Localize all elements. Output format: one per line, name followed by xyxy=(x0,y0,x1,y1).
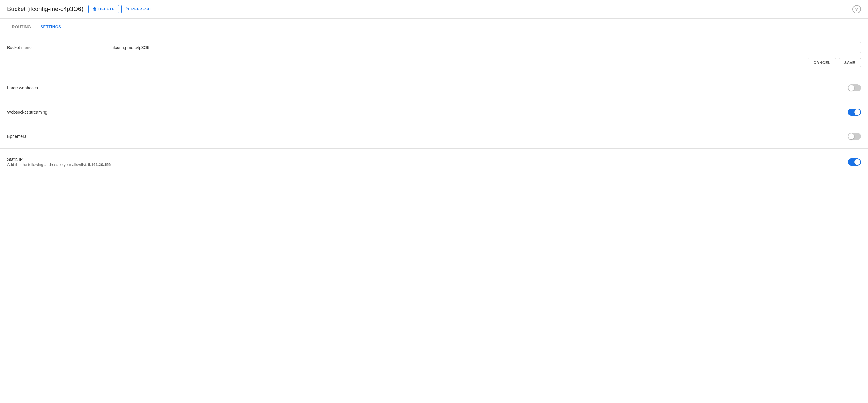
websocket-streaming-toggle[interactable] xyxy=(848,108,861,116)
ephemeral-slider xyxy=(848,133,861,140)
delete-button[interactable]: 🗑 DELETE xyxy=(88,5,119,13)
help-icon[interactable]: ? xyxy=(852,5,861,13)
refresh-icon: ↻ xyxy=(126,7,129,11)
large-webhooks-slider xyxy=(848,84,861,92)
save-button[interactable]: SAVE xyxy=(839,58,861,67)
cancel-button[interactable]: CANCEL xyxy=(808,58,836,67)
large-webhooks-section: Large webhooks xyxy=(0,76,868,100)
bucket-name-section: Bucket name CANCEL SAVE xyxy=(0,33,868,76)
tabs: ROUTING SETTINGS xyxy=(0,21,868,33)
header-left: Bucket (ifconfig-me-c4p3O6) 🗑 DELETE ↻ R… xyxy=(7,5,155,13)
static-ip-sublabel-text: Add the the following address to your al… xyxy=(7,162,87,167)
websocket-streaming-slider xyxy=(848,108,861,116)
websocket-streaming-section: Websocket streaming xyxy=(0,100,868,124)
bucket-name-label: Bucket name xyxy=(7,45,109,50)
bucket-name-input[interactable] xyxy=(109,42,861,53)
bucket-name-actions: CANCEL SAVE xyxy=(7,58,861,67)
tab-settings[interactable]: SETTINGS xyxy=(36,21,66,33)
static-ip-label: Static IP xyxy=(7,157,848,162)
large-webhooks-toggle[interactable] xyxy=(848,84,861,92)
refresh-label: REFRESH xyxy=(131,7,151,11)
static-ip-row: Static IP Add the the following address … xyxy=(7,157,861,167)
large-webhooks-row: Large webhooks xyxy=(7,84,861,92)
static-ip-slider xyxy=(848,159,861,166)
tab-routing[interactable]: ROUTING xyxy=(7,21,36,33)
ephemeral-row: Ephemeral xyxy=(7,133,861,140)
ephemeral-toggle[interactable] xyxy=(848,133,861,140)
page-header: Bucket (ifconfig-me-c4p3O6) 🗑 DELETE ↻ R… xyxy=(0,0,868,19)
static-ip-toggle[interactable] xyxy=(848,159,861,166)
static-ip-sublabel: Add the the following address to your al… xyxy=(7,162,848,167)
websocket-streaming-label: Websocket streaming xyxy=(7,110,47,114)
static-ip-label-group: Static IP Add the the following address … xyxy=(7,157,848,167)
bucket-name-control xyxy=(109,42,861,53)
bucket-name-row: Bucket name xyxy=(7,42,861,53)
header-buttons: 🗑 DELETE ↻ REFRESH xyxy=(88,5,156,13)
ephemeral-label: Ephemeral xyxy=(7,134,28,139)
static-ip-section: Static IP Add the the following address … xyxy=(0,148,868,175)
static-ip-address: 5.161.20.156 xyxy=(88,162,111,167)
trash-icon: 🗑 xyxy=(93,7,97,11)
ephemeral-section: Ephemeral xyxy=(0,124,868,148)
settings-content: Bucket name CANCEL SAVE Large webhooks W… xyxy=(0,33,868,175)
page-title: Bucket (ifconfig-me-c4p3O6) xyxy=(7,6,84,12)
large-webhooks-label: Large webhooks xyxy=(7,86,38,90)
delete-label: DELETE xyxy=(98,7,115,11)
websocket-streaming-row: Websocket streaming xyxy=(7,108,861,116)
refresh-button[interactable]: ↻ REFRESH xyxy=(121,5,155,13)
